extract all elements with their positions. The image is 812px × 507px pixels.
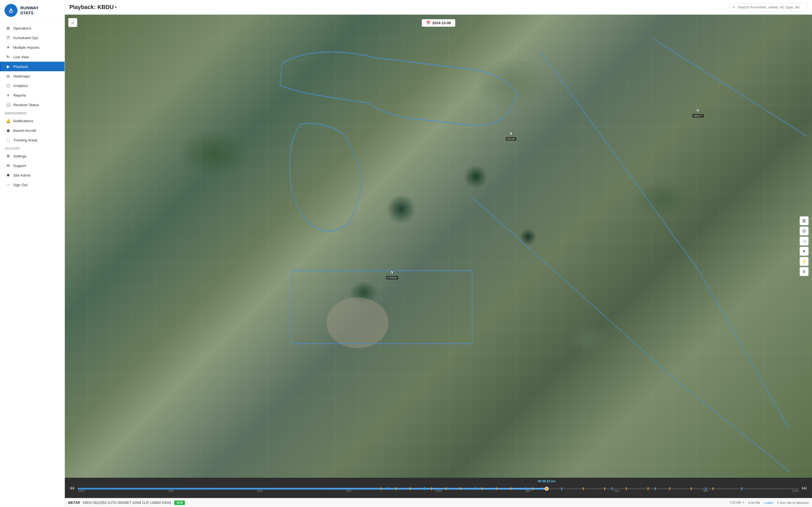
reports-icon: ≡ bbox=[6, 93, 10, 98]
aircraft-ac3[interactable]: ✈N85277 bbox=[693, 107, 704, 117]
sidebar-item-scheduled-ops[interactable]: ⏱Scheduled Ops bbox=[0, 33, 64, 43]
sidebar-item-based-aircraft[interactable]: ◉Based Aircraft bbox=[0, 126, 64, 135]
date-badge: 📅 2024-10-06 bbox=[422, 19, 455, 27]
map-background: 📅 2024-10-06 ⤢ ✈N315M✈N7530M✈N85277 ◁ ▼ … bbox=[65, 15, 812, 478]
sunrise-time: 7:02 AM ↗ bbox=[730, 501, 744, 504]
sidebar-label-multiple-airports: Multiple Airports bbox=[13, 45, 39, 50]
sidebar-item-sign-out[interactable]: →Sign Out bbox=[0, 180, 64, 189]
sidebar-label-receiver-status: Receiver Status bbox=[13, 103, 39, 107]
sidebar-item-tracking-areas[interactable]: ⬚Tracking Areas bbox=[0, 135, 64, 145]
playback-icon: ▶ bbox=[6, 64, 10, 69]
sidebar-label-live-view: Live View bbox=[13, 55, 29, 59]
search-box[interactable]: ✈ bbox=[728, 3, 808, 11]
map-container: 📅 2024-10-06 ⤢ ✈N315M✈N7530M✈N85277 ◁ ▼ … bbox=[65, 15, 812, 478]
sidebar-item-multiple-airports[interactable]: ✈Multiple Airports bbox=[0, 43, 64, 52]
svg-rect-2 bbox=[802, 219, 806, 220]
aircraft-icon-ac1: ✈ bbox=[507, 130, 514, 137]
heatmaps-icon: ◎ bbox=[6, 74, 10, 78]
map-credit: © Esri, Wx by Mesonet bbox=[777, 501, 809, 504]
scheduled-ops-icon: ⏱ bbox=[6, 36, 10, 40]
filter-button[interactable]: ⚡ bbox=[800, 257, 809, 266]
svg-rect-3 bbox=[802, 221, 806, 221]
search-icon: ✈ bbox=[732, 5, 735, 9]
layers-stack-button[interactable] bbox=[800, 226, 809, 235]
leaflet-credit: Leaflet bbox=[764, 501, 773, 504]
aircraft-icon-ac2: ✈ bbox=[389, 269, 396, 276]
layers-button[interactable] bbox=[800, 216, 809, 225]
map-controls: ◁ ▼ ⚡ ⏸ bbox=[800, 216, 809, 276]
sidebar-item-heatmaps[interactable]: ◎Heatmaps bbox=[0, 71, 64, 81]
aircraft-label-ac2: N7530M bbox=[386, 276, 398, 279]
aircraft-icon-ac3: ✈ bbox=[695, 107, 702, 114]
sidebar-item-settings[interactable]: ⚙Settings bbox=[0, 151, 64, 161]
timeline-track[interactable]: 09:48:23 am bbox=[78, 485, 799, 491]
calendar-icon: 📅 bbox=[426, 21, 430, 25]
timeline-label-6am: 6am bbox=[257, 489, 262, 492]
account-label: Account bbox=[0, 145, 64, 151]
management-label: Management bbox=[0, 110, 64, 116]
sidebar-item-notifications[interactable]: 🔔Notifications bbox=[0, 116, 64, 126]
volume-button[interactable]: ◁ bbox=[800, 237, 809, 245]
svg-point-1 bbox=[10, 9, 12, 11]
sidebar-item-playback[interactable]: ▶Playback bbox=[0, 62, 64, 71]
sidebar-label-reports: Reports bbox=[13, 93, 26, 98]
logo-text: RUNWAY STATS bbox=[20, 5, 39, 15]
sidebar-label-support: Support bbox=[13, 164, 26, 168]
timeline-reset-button[interactable]: ⏮ bbox=[69, 485, 75, 491]
current-time-label: 09:48:23 am bbox=[538, 480, 555, 483]
site-admin-icon: ✱ bbox=[6, 173, 10, 177]
aircraft-ac2[interactable]: ✈N7530M bbox=[386, 269, 398, 279]
header: Playback: KBDU ▾ ✈ bbox=[65, 0, 812, 15]
analytics-icon: ⬡ bbox=[6, 83, 10, 88]
vfr-badge: VFR bbox=[174, 501, 185, 505]
multiple-airports-icon: ✈ bbox=[6, 45, 10, 50]
logo-area: RUNWAY STATS bbox=[0, 0, 64, 21]
logo-icon bbox=[4, 4, 17, 17]
aircraft-label-ac1: N315M bbox=[506, 137, 516, 140]
sidebar-item-support[interactable]: ✉Support bbox=[0, 161, 64, 170]
airport-code: KBDU bbox=[97, 4, 114, 10]
sidebar-label-settings: Settings bbox=[13, 154, 27, 158]
sidebar-item-site-admin[interactable]: ✱Site Admin bbox=[0, 170, 64, 180]
urban-area bbox=[326, 297, 389, 348]
sidebar-label-tracking-areas: Tracking Areas bbox=[13, 138, 38, 142]
sidebar-label-analytics: Analytics bbox=[13, 83, 28, 88]
sidebar-item-receiver-status[interactable]: ⬜Receiver Status bbox=[0, 100, 64, 110]
sidebar-item-reports[interactable]: ≡Reports bbox=[0, 91, 64, 100]
map-expand-button[interactable]: ⤢ bbox=[68, 18, 77, 27]
timeline-labels: 12am3am6am9am12pm3pm6pm9pm12am bbox=[78, 489, 799, 492]
arrow-icon: ↗ bbox=[742, 501, 744, 504]
svg-rect-4 bbox=[802, 222, 806, 222]
timeline-label-3am: 3am bbox=[168, 489, 174, 492]
timeline-end-button[interactable]: ⏭ bbox=[802, 485, 808, 491]
date-text: 2024-10-06 bbox=[432, 21, 451, 25]
sign-out-icon: → bbox=[6, 182, 10, 187]
sidebar-label-based-aircraft: Based Aircraft bbox=[13, 128, 36, 133]
sidebar-item-analytics[interactable]: ⬡Analytics bbox=[0, 81, 64, 91]
receiver-status-icon: ⬜ bbox=[6, 103, 10, 107]
sidebar-label-notifications: Notifications bbox=[13, 119, 33, 123]
timeline-label-9pm: 9pm bbox=[703, 489, 709, 492]
metar-text: KBDU 061535Z AUTO 00000KT 10SM CLR 13/M0… bbox=[83, 501, 171, 505]
sidebar: RUNWAY STATS ⊞Operations⏱Scheduled Ops✈M… bbox=[0, 0, 65, 507]
timeline-label-6pm: 6pm bbox=[614, 489, 619, 492]
down-arrow-button[interactable]: ▼ bbox=[800, 247, 809, 256]
tracking-areas-icon: ⬚ bbox=[6, 138, 10, 142]
main-content: Playback: KBDU ▾ ✈ bbox=[65, 0, 812, 507]
playback-label: Playback: bbox=[69, 4, 96, 10]
search-input[interactable] bbox=[738, 5, 804, 9]
sidebar-label-operations: Operations bbox=[13, 26, 31, 31]
aircraft-ac1[interactable]: ✈N315M bbox=[506, 130, 516, 140]
pause-button[interactable]: ⏸ bbox=[800, 267, 809, 276]
sidebar-label-playback: Playback bbox=[13, 64, 28, 69]
nav-main: ⊞Operations⏱Scheduled Ops✈Multiple Airpo… bbox=[0, 21, 64, 192]
timeline-bar: ⏮ 09:48:23 am bbox=[65, 478, 812, 498]
sidebar-item-live-view[interactable]: ↻Live View bbox=[0, 52, 64, 62]
settings-icon: ⚙ bbox=[6, 154, 10, 158]
timeline-label-12am: 12am bbox=[78, 489, 85, 492]
based-aircraft-icon: ◉ bbox=[6, 128, 10, 133]
airport-badge[interactable]: KBDU ▾ bbox=[97, 4, 117, 10]
clock-time: 6:34 PM bbox=[748, 501, 760, 504]
sidebar-item-operations[interactable]: ⊞Operations bbox=[0, 23, 64, 33]
notifications-icon: 🔔 bbox=[6, 119, 10, 123]
